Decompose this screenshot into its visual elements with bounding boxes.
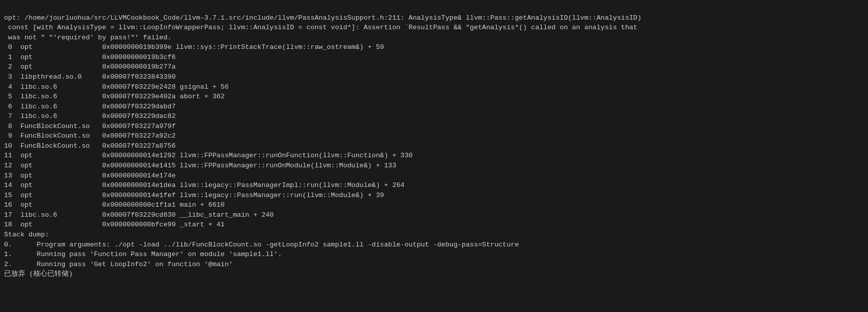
terminal-line: 17 libc.so.6 0x00007f03229cd830 __libc_s…: [4, 210, 864, 220]
terminal-line: 11 opt 0x00000000014e1292 llvm::FPPassMa…: [4, 151, 864, 161]
terminal-line: 8 FuncBlockCount.so 0x00007f03227a979f: [4, 121, 864, 132]
terminal-line: 13 opt 0x00000000014e174e: [4, 171, 864, 181]
terminal-line: 已放弃 (核心已转储): [4, 269, 864, 279]
terminal-line: 10 FuncBlockCount.so 0x00007f03227a8756: [4, 141, 864, 151]
terminal-line: 2. Running pass 'Get LoopInfo2' on funct…: [4, 260, 864, 270]
terminal-line: 1. Running pass 'Function Pass Manager' …: [4, 249, 864, 260]
terminal-line: 18 opt 0x0000000000bfce99 _start + 41: [4, 220, 864, 230]
terminal-line: 12 opt 0x00000000014e1415 llvm::FPPassMa…: [4, 161, 864, 171]
terminal-output: opt: /home/jourluohua/src/LLVMCookbook_C…: [4, 3, 864, 279]
terminal-line: opt: /home/jourluohua/src/LLVMCookbook_C…: [4, 13, 864, 23]
terminal-line: Stack dump:: [4, 230, 864, 240]
terminal-line: 6 libc.so.6 0x00007f03229dabd7: [4, 102, 864, 112]
terminal-line: 16 opt 0x0000000000c1f1a1 main + 6610: [4, 200, 864, 210]
terminal-line: 2 opt 0x00000000019b277a: [4, 62, 864, 72]
terminal-line: 0 opt 0x0000000019b399e llvm::sys::Print…: [4, 42, 864, 52]
terminal-line: was not " "'required' by pass!"' failed.: [4, 33, 864, 43]
terminal-line: 15 opt 0x00000000014e1fef llvm::legacy::…: [4, 191, 864, 201]
terminal-line: 5 libc.so.6 0x00007f03229e402a abort + 3…: [4, 92, 864, 102]
terminal-line: 1 opt 0x00000000019b3cf6: [4, 52, 864, 63]
terminal-line: 9 FuncBlockCount.so 0x00007f03227a92c2: [4, 131, 864, 141]
terminal-line: const [with AnalysisType = llvm::LoopInf…: [4, 23, 864, 33]
terminal-line: 7 libc.so.6 0x00007f03229dac82: [4, 111, 864, 121]
terminal-line: 4 libc.so.6 0x00007f03229e2428 gsignal +…: [4, 82, 864, 92]
terminal-line: 3 libpthread.so.0 0x00007f0323843390: [4, 72, 864, 82]
terminal-line: 14 opt 0x00000000014e1dea llvm::legacy::…: [4, 180, 864, 191]
terminal-line: 0. Program arguments: ./opt -load ../lib…: [4, 240, 864, 250]
